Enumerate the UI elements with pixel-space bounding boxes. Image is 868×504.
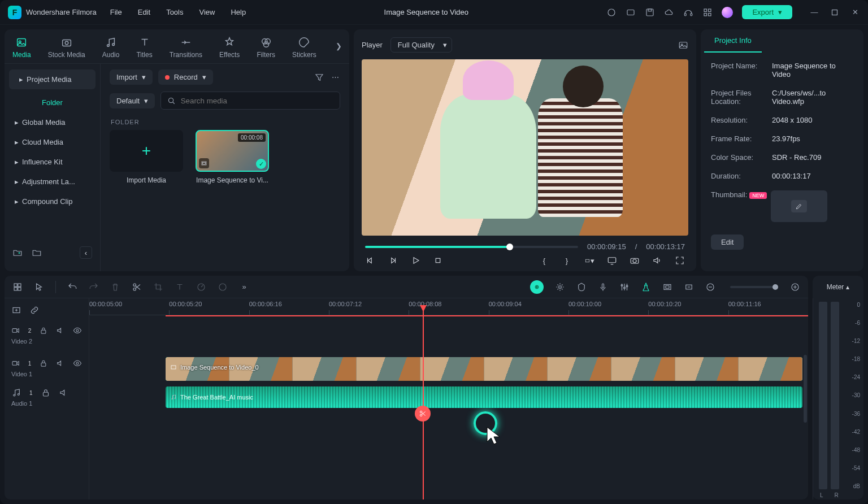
tab-transitions[interactable]: Transitions [170, 36, 202, 59]
sidebar-adjustment[interactable]: ▸ Adjustment La... [5, 172, 100, 192]
window-close[interactable]: ✕ [850, 7, 860, 18]
camera-icon[interactable] [630, 255, 640, 266]
pointer-icon[interactable] [34, 282, 44, 292]
edit-button[interactable]: Edit [711, 234, 744, 250]
apps-icon[interactable] [702, 7, 713, 18]
prev-frame-button[interactable] [365, 255, 375, 266]
crop-icon[interactable] [153, 282, 163, 292]
tab-stickers[interactable]: Stickers [292, 36, 316, 59]
undo-icon[interactable] [67, 282, 77, 292]
lock-icon[interactable] [41, 388, 51, 398]
tab-stock-media[interactable]: Stock Media [48, 36, 85, 59]
record-dropdown[interactable]: Record ▾ [158, 69, 213, 85]
sidebar-compound-clip[interactable]: ▸ Compound Clip [5, 192, 100, 211]
ratio-dropdown[interactable]: ▾ [584, 255, 594, 266]
playhead[interactable] [423, 311, 424, 499]
window-maximize[interactable] [830, 7, 840, 18]
render-icon[interactable] [641, 282, 651, 292]
video-clip[interactable]: Image Sequence to Video_0 [166, 357, 802, 381]
new-folder-icon[interactable] [12, 247, 23, 258]
folder-icon[interactable] [32, 247, 42, 258]
sidebar-influence-kit[interactable]: ▸ Influence Kit [5, 152, 100, 172]
cloud-icon[interactable] [664, 7, 674, 18]
split-scissors-icon[interactable] [415, 406, 431, 422]
cut-icon[interactable] [132, 282, 142, 292]
timeline-area[interactable]: 00:00:05:00 00:00:05:20 00:00:06:16 00:0… [89, 298, 808, 499]
fullscreen-icon[interactable] [675, 255, 685, 266]
mute-icon[interactable] [59, 388, 69, 398]
stop-button[interactable] [433, 255, 443, 266]
search-input[interactable] [160, 92, 340, 110]
sort-dropdown[interactable]: Default ▾ [110, 93, 155, 108]
menu-tools[interactable]: Tools [166, 8, 183, 16]
track-head-video2[interactable]: 2 Video 2 [5, 319, 89, 351]
import-dropdown[interactable]: Import ▾ [110, 69, 153, 85]
marker-icon[interactable] [576, 282, 587, 292]
zoom-slider[interactable] [730, 286, 775, 288]
track-head-video1[interactable]: 1 Video 1 [5, 351, 89, 384]
ai-button[interactable] [530, 280, 544, 294]
snapshot-image-icon[interactable] [678, 40, 688, 50]
redo-icon[interactable] [89, 282, 99, 292]
mark-in-button[interactable]: { [539, 255, 549, 266]
voiceover-icon[interactable] [598, 282, 608, 292]
mixer-icon[interactable] [619, 282, 630, 292]
mute-icon[interactable] [56, 358, 65, 368]
playback-slider[interactable] [365, 246, 578, 248]
mark-out-button[interactable]: } [562, 255, 572, 266]
track-head-audio1[interactable]: 1 Audio 1 [5, 384, 89, 410]
tab-effects[interactable]: Effects [219, 36, 240, 59]
lock-icon[interactable] [39, 358, 48, 368]
speed-icon[interactable] [196, 282, 206, 292]
video-preview[interactable] [362, 59, 688, 236]
time-ruler[interactable]: 00:00:05:00 00:00:05:20 00:00:06:16 00:0… [89, 298, 808, 315]
tab-titles[interactable]: Titles [136, 36, 152, 59]
support-icon[interactable] [683, 7, 693, 18]
text-icon[interactable] [175, 282, 185, 292]
quality-dropdown[interactable]: Full Quality [390, 37, 452, 53]
layout-icon[interactable] [12, 282, 23, 292]
play-button[interactable] [410, 255, 420, 266]
media-clip-tile[interactable]: 00:00:08 ✓ Image Sequence to Vi... [196, 130, 269, 184]
import-media-tile[interactable]: + Import Media [110, 130, 183, 184]
zoom-out-icon[interactable] [705, 282, 715, 292]
sidebar-global-media[interactable]: ▸ Global Media [5, 112, 100, 132]
tab-filters[interactable]: Filters [257, 36, 275, 59]
fit-icon[interactable] [684, 282, 694, 292]
export-button[interactable]: Export ▾ [742, 5, 792, 19]
eye-icon[interactable] [73, 325, 82, 336]
sidebar-project-media[interactable]: ▸ Project Media [9, 69, 96, 89]
timeline-scrollbar[interactable] [804, 355, 807, 423]
tabs-scroll-right[interactable]: ❯ [333, 41, 344, 51]
menu-edit[interactable]: Edit [138, 8, 150, 16]
eye-icon[interactable] [73, 358, 82, 368]
track-add-icon[interactable] [11, 305, 21, 315]
audio-clip[interactable]: The Great Battle_AI music [166, 386, 802, 408]
more-tools-icon[interactable]: » [239, 282, 249, 292]
menu-help[interactable]: Help [231, 8, 246, 16]
enhance-icon[interactable] [555, 282, 565, 292]
link-icon[interactable] [29, 305, 40, 315]
next-frame-button[interactable] [388, 255, 398, 266]
tab-media[interactable]: Media [12, 36, 31, 59]
window-minimize[interactable]: ― [809, 7, 819, 18]
sidebar-cloud-media[interactable]: ▸ Cloud Media [5, 132, 100, 152]
meter-label[interactable]: Meter ▴ [827, 276, 850, 298]
color-icon[interactable] [218, 282, 228, 292]
project-info-tab[interactable]: Project Info [704, 29, 762, 53]
sidebar-folder[interactable]: Folder [5, 93, 100, 112]
menu-file[interactable]: File [110, 8, 122, 16]
tab-audio[interactable]: Audio [102, 36, 120, 59]
filter-icon[interactable] [314, 72, 324, 82]
more-icon[interactable]: ⋯ [330, 72, 340, 82]
display-icon[interactable] [607, 255, 617, 266]
user-avatar[interactable] [722, 7, 733, 18]
lock-icon[interactable] [39, 325, 48, 336]
menu-view[interactable]: View [199, 8, 215, 16]
search-field[interactable] [181, 97, 334, 105]
mute-icon[interactable] [56, 325, 65, 336]
save-icon[interactable] [645, 7, 655, 18]
thumbnail-preview[interactable] [771, 190, 827, 222]
zoom-in-icon[interactable] [790, 282, 800, 292]
collapse-sidebar[interactable]: ‹ [80, 246, 92, 259]
